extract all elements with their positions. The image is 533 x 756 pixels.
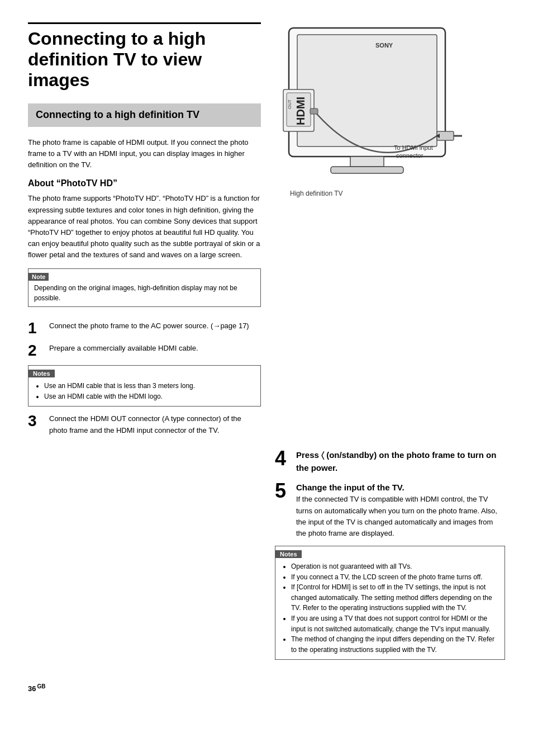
step-1-content: Connect the photo frame to the AC power … bbox=[49, 320, 261, 332]
left-column: Connecting to a high definition TV to vi… bbox=[28, 22, 261, 443]
footer: 36GB bbox=[28, 683, 505, 693]
note-right-4: If you are using a TV that does not supp… bbox=[291, 613, 499, 634]
notes-right-box: Notes Operation is not guaranteed with a… bbox=[275, 546, 505, 660]
step-3-content: Connect the HDMI OUT connector (A type c… bbox=[49, 413, 261, 436]
svg-text:To HDMI input: To HDMI input bbox=[394, 144, 433, 151]
note-right-1: Operation is not guaranteed with all TVs… bbox=[291, 561, 499, 572]
step-5-detail: If the connected TV is compatible with H… bbox=[296, 495, 497, 537]
notes-right-list: Operation is not guaranteed with all TVs… bbox=[281, 561, 499, 655]
step-4: 4 Press 〈 (on/standby) on the photo fram… bbox=[275, 448, 505, 475]
svg-text:High definition TV: High definition TV bbox=[290, 190, 343, 197]
page-number: 36GB bbox=[28, 683, 45, 693]
subtitle-box: Connecting to a high definition TV bbox=[28, 103, 261, 127]
svg-text:SONY: SONY bbox=[375, 42, 393, 49]
step-4-number: 4 bbox=[275, 448, 291, 469]
tv-diagram: SONY OUT HDMI bbox=[272, 22, 462, 201]
right-column: SONY OUT HDMI bbox=[272, 22, 505, 443]
svg-text:OUT: OUT bbox=[287, 100, 292, 109]
note-label: Note bbox=[28, 273, 49, 281]
note-content: Depending on the original images, high-d… bbox=[34, 283, 255, 303]
steps-left: 1 Connect the photo frame to the AC powe… bbox=[28, 320, 261, 358]
notes-left-box: Notes Use an HDMI cable that is less tha… bbox=[28, 365, 261, 407]
note-box: Note Depending on the original images, h… bbox=[28, 268, 261, 307]
steps-bottom-spacer bbox=[28, 448, 258, 667]
note-right-2: If you connect a TV, the LCD screen of t… bbox=[291, 572, 499, 583]
phototv-text: The photo frame supports “PhotoTV HD”. “… bbox=[28, 193, 261, 261]
step-2: 2 Prepare a commercially available HDMI … bbox=[28, 343, 261, 358]
svg-text:connector: connector bbox=[396, 152, 423, 159]
step-5: 5 Change the input of the TV. If the con… bbox=[275, 481, 505, 539]
step-2-content: Prepare a commercially available HDMI ca… bbox=[49, 343, 261, 354]
svg-rect-12 bbox=[310, 108, 318, 114]
step-5-content: Change the input of the TV. If the conne… bbox=[296, 481, 505, 539]
step-4-bold: Press 〈 (on/standby) on the photo frame … bbox=[296, 450, 496, 472]
note-left-1: Use an HDMI cable that is less than 3 me… bbox=[44, 381, 255, 391]
step-5-number: 5 bbox=[275, 481, 291, 501]
note-right-5: The method of changing the input differs… bbox=[291, 634, 499, 655]
svg-rect-2 bbox=[350, 157, 384, 167]
notes-left-list: Use an HDMI cable that is less than 3 me… bbox=[34, 381, 255, 401]
step-5-bold: Change the input of the TV. bbox=[296, 483, 404, 492]
notes-right-label: Notes bbox=[275, 550, 302, 558]
phototv-heading: About “PhotoTV HD” bbox=[28, 178, 261, 188]
svg-rect-1 bbox=[297, 35, 437, 147]
notes-left-label: Notes bbox=[28, 370, 55, 377]
step-4-content: Press 〈 (on/standby) on the photo frame … bbox=[296, 448, 505, 475]
step-3: 3 Connect the HDMI OUT connector (A type… bbox=[28, 413, 261, 436]
main-title: Connecting to a high definition TV to vi… bbox=[28, 22, 261, 90]
step-1-number: 1 bbox=[28, 320, 44, 336]
svg-rect-3 bbox=[331, 167, 403, 173]
steps-bottom: 4 Press 〈 (on/standby) on the photo fram… bbox=[28, 448, 505, 667]
subtitle: Connecting to a high definition TV bbox=[36, 109, 253, 121]
steps-right-col: 4 Press 〈 (on/standby) on the photo fram… bbox=[275, 448, 505, 667]
step-1: 1 Connect the photo frame to the AC powe… bbox=[28, 320, 261, 336]
note-right-3: If [Control for HDMI] is set to off in t… bbox=[291, 582, 499, 613]
page-container: Connecting to a high definition TV to vi… bbox=[28, 22, 505, 693]
svg-text:HDMI: HDMI bbox=[294, 97, 307, 125]
step-2-number: 2 bbox=[28, 343, 44, 358]
step-3-number: 3 bbox=[28, 413, 44, 429]
note-left-2: Use an HDMI cable with the HDMI logo. bbox=[44, 391, 255, 402]
intro-text: The photo frame is capable of HDMI outpu… bbox=[28, 137, 261, 171]
top-section: Connecting to a high definition TV to vi… bbox=[28, 22, 505, 443]
